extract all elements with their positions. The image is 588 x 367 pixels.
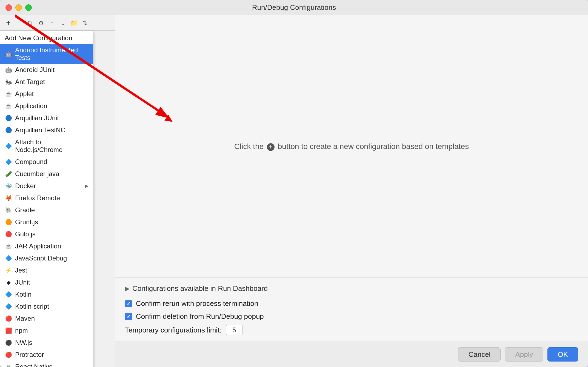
- dropdown-item-maven[interactable]: 🔴 Maven: [0, 312, 93, 325]
- toolbar: + − ⧉ ⚙ ↑ ↓ 📁 ⇅: [0, 15, 115, 31]
- add-configuration-button[interactable]: +: [4, 19, 13, 27]
- main-content: + − ⧉ ⚙ ↑ ↓ 📁 ⇅ Add New Configuration 🤖 …: [0, 15, 588, 367]
- dropdown-item-jar-application[interactable]: ☕ JAR Application: [0, 240, 93, 252]
- dropdown-item-javascript-debug[interactable]: 🔷 JavaScript Debug: [0, 252, 93, 264]
- protractor-icon: 🔴: [5, 351, 12, 359]
- gulp-js-label: Gulp.js: [15, 230, 89, 238]
- nw-js-icon: ⚫: [5, 339, 12, 346]
- configurations-row[interactable]: ▶ Configurations available in Run Dashbo…: [125, 284, 578, 293]
- temp-config-row: Temporary configurations limit:: [125, 325, 578, 335]
- application-icon: ☕: [5, 102, 12, 110]
- dropdown-header-item: Add New Configuration: [0, 32, 93, 44]
- dropdown-item-kotlin-script[interactable]: 🔷 Kotlin script: [0, 300, 93, 312]
- ant-target-icon: 🐜: [5, 78, 12, 86]
- dropdown-item-kotlin[interactable]: 🔷 Kotlin: [0, 288, 93, 300]
- dropdown-item-grunt-js[interactable]: 🟠 Grunt.js: [0, 216, 93, 228]
- confirm-rerun-row: ✓ Confirm rerun with process termination: [125, 299, 578, 308]
- android-instrumented-icon: 🤖: [5, 50, 12, 58]
- maven-icon: 🔴: [5, 315, 12, 322]
- right-panel: Click the + button to create a new confi…: [115, 15, 588, 367]
- move-up-button[interactable]: ↑: [48, 19, 56, 27]
- grunt-js-label: Grunt.js: [15, 218, 89, 226]
- arquillian-testng-icon: 🔵: [5, 126, 12, 134]
- dropdown-item-gulp-js[interactable]: 🔴 Gulp.js: [0, 228, 93, 240]
- dropdown-item-jest[interactable]: ⚡ Jest: [0, 264, 93, 276]
- dropdown-item-android-junit[interactable]: 🤖 Android JUnit: [0, 64, 93, 76]
- applet-icon: ☕: [5, 90, 12, 98]
- remove-configuration-button[interactable]: −: [15, 19, 24, 27]
- move-down-button[interactable]: ↓: [59, 19, 67, 27]
- dropdown-item-arquillian-testng[interactable]: 🔵 Arquillian TestNG: [0, 124, 93, 136]
- bottom-section: ▶ Configurations available in Run Dashbo…: [115, 277, 588, 342]
- arquillian-junit-label: Arquillian JUnit: [15, 114, 89, 122]
- firefox-remote-icon: 🦊: [5, 194, 12, 202]
- checkbox-check-icon: ✓: [127, 301, 131, 307]
- copy-configuration-button[interactable]: ⧉: [26, 19, 35, 27]
- temp-config-label: Temporary configurations limit:: [125, 326, 222, 334]
- cucumber-java-label: Cucumber java: [15, 170, 89, 178]
- junit-icon: ◆: [5, 279, 12, 286]
- javascript-debug-icon: 🔷: [5, 254, 12, 262]
- right-content-area: Click the + button to create a new confi…: [115, 15, 588, 277]
- ok-button[interactable]: OK: [547, 347, 578, 362]
- npm-icon: 🟥: [5, 327, 12, 334]
- dropdown-item-npm[interactable]: 🟥 npm: [0, 325, 93, 337]
- apply-button[interactable]: Apply: [505, 347, 543, 362]
- expand-arrow-icon: ▶: [125, 285, 130, 292]
- main-window: Run/Debug Configurations + − ⧉ ⚙ ↑ ↓ 📁 ⇅…: [0, 0, 588, 367]
- junit-label: JUnit: [15, 279, 89, 286]
- dropdown-item-arquillian-junit[interactable]: 🔵 Arquillian JUnit: [0, 112, 93, 124]
- cucumber-java-icon: 🥒: [5, 170, 12, 178]
- docker-icon: 🐳: [5, 182, 12, 190]
- applet-label: Applet: [15, 90, 89, 98]
- application-label: Application: [15, 102, 89, 110]
- add-configuration-dropdown: Add New Configuration 🤖 Android Instrume…: [0, 31, 93, 367]
- dropdown-item-react-native[interactable]: ⚛ React Native: [0, 361, 93, 367]
- npm-label: npm: [15, 327, 89, 334]
- dropdown-item-protractor[interactable]: 🔴 Protractor: [0, 349, 93, 361]
- compound-icon: 🔷: [5, 158, 12, 166]
- dropdown-item-cucumber-java[interactable]: 🥒 Cucumber java: [0, 168, 93, 180]
- kotlin-script-icon: 🔷: [5, 303, 12, 310]
- maximize-button[interactable]: [25, 4, 32, 11]
- dropdown-item-attach-nodejs[interactable]: 🔷 Attach to Node.js/Chrome: [0, 136, 93, 156]
- gradle-label: Gradle: [15, 206, 89, 214]
- gradle-icon: 🐘: [5, 206, 12, 214]
- dropdown-item-nw-js[interactable]: ⚫ NW.js: [0, 337, 93, 349]
- confirm-deletion-checkbox[interactable]: ✓: [125, 313, 132, 320]
- bottom-buttons: Cancel Apply OK: [115, 342, 588, 367]
- dropdown-item-firefox-remote[interactable]: 🦊 Firefox Remote: [0, 192, 93, 204]
- folder-button[interactable]: 📁: [70, 19, 78, 27]
- sort-button[interactable]: ⇅: [81, 19, 89, 27]
- plus-icon: +: [267, 143, 275, 151]
- firefox-remote-label: Firefox Remote: [15, 194, 89, 202]
- dropdown-item-application[interactable]: ☕ Application: [0, 100, 93, 112]
- confirm-rerun-checkbox[interactable]: ✓: [125, 300, 132, 307]
- minimize-button[interactable]: [15, 4, 22, 11]
- kotlin-icon: 🔷: [5, 291, 12, 298]
- cancel-button[interactable]: Cancel: [458, 347, 501, 362]
- dropdown-item-android-instrumented[interactable]: 🤖 Android Instrumented Tests: [0, 44, 93, 64]
- placeholder-text: Click the + button to create a new confi…: [234, 142, 469, 151]
- dropdown-item-junit[interactable]: ◆ JUnit: [0, 276, 93, 288]
- docker-label: Docker: [15, 182, 82, 190]
- window-title: Run/Debug Configurations: [252, 3, 336, 12]
- confirm-deletion-label: Confirm deletion from Run/Debug popup: [136, 312, 264, 321]
- compound-label: Compound: [15, 158, 89, 166]
- android-junit-label: Android JUnit: [15, 66, 89, 74]
- dropdown-item-compound[interactable]: 🔷 Compound: [0, 156, 93, 168]
- temp-config-input[interactable]: [226, 325, 242, 335]
- close-button[interactable]: [5, 4, 12, 11]
- dropdown-item-gradle[interactable]: 🐘 Gradle: [0, 204, 93, 216]
- jest-label: Jest: [15, 266, 89, 274]
- react-native-label: React Native: [15, 363, 89, 367]
- configurations-label: Configurations available in Run Dashboar…: [132, 284, 268, 293]
- docker-arrow-icon: ▶: [85, 183, 89, 189]
- settings-button[interactable]: ⚙: [37, 19, 45, 27]
- jar-application-label: JAR Application: [15, 242, 89, 250]
- dropdown-item-ant-target[interactable]: 🐜 Ant Target: [0, 76, 93, 88]
- dropdown-item-docker[interactable]: 🐳 Docker ▶: [0, 180, 93, 192]
- attach-nodejs-label: Attach to Node.js/Chrome: [15, 138, 89, 154]
- confirm-deletion-row: ✓ Confirm deletion from Run/Debug popup: [125, 312, 578, 321]
- dropdown-item-applet[interactable]: ☕ Applet: [0, 88, 93, 100]
